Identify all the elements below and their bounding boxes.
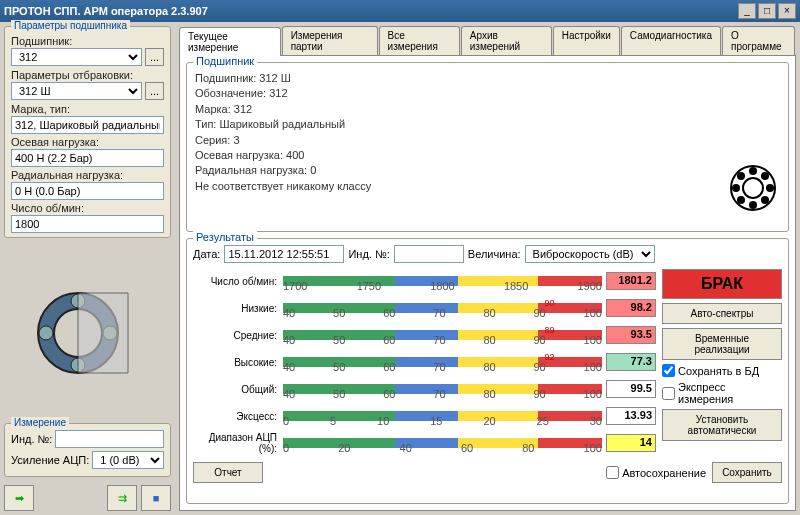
- gain-label: Усиление АЦП:: [11, 454, 89, 466]
- bearing-small-icon: [728, 163, 778, 213]
- brand-input[interactable]: [11, 116, 164, 134]
- svg-point-9: [749, 201, 757, 209]
- bearing-info-line: Тип: Шариковый радиальный: [195, 117, 780, 132]
- auto-spectra-button[interactable]: Авто-спектры: [662, 303, 782, 324]
- bar-label: Число об/мин:: [193, 276, 283, 287]
- svg-point-12: [737, 172, 745, 180]
- stop-button[interactable]: ■: [141, 485, 171, 511]
- result-bar-5: Эксцесс:05101520253013.93: [193, 404, 656, 428]
- tab-2[interactable]: Все измерения: [379, 26, 460, 55]
- time-realizations-button[interactable]: Временные реализации: [662, 328, 782, 360]
- gain-select[interactable]: 1 (0 dB): [92, 451, 164, 469]
- tab-6[interactable]: О программе: [722, 26, 795, 55]
- bar-track: 89405060708090100: [283, 325, 602, 345]
- culling-label: Параметры отбраковки:: [11, 69, 164, 81]
- bar-track: 92405060708090100: [283, 352, 602, 372]
- result-bar-3: Высокие:9240506070809010077.3: [193, 350, 656, 374]
- axial-input[interactable]: [11, 149, 164, 167]
- save-db-checkbox[interactable]: Сохранять в БД: [662, 364, 782, 377]
- result-bar-0: Число об/мин:170017501800185019001801.2: [193, 269, 656, 293]
- svg-point-10: [732, 184, 740, 192]
- bearing-label: Подшипник:: [11, 35, 164, 47]
- svg-point-7: [743, 178, 763, 198]
- svg-point-14: [737, 196, 745, 204]
- bearing-image: [4, 242, 171, 423]
- bar-label: Эксцесс:: [193, 411, 283, 422]
- bearing-browse-button[interactable]: ...: [145, 48, 164, 66]
- bearing-cutaway-icon: [28, 283, 148, 383]
- maximize-button[interactable]: □: [758, 3, 776, 19]
- tab-bar: Текущее измерениеИзмерения партииВсе изм…: [179, 26, 796, 56]
- tab-4[interactable]: Настройки: [553, 26, 620, 55]
- results-title: Результаты: [193, 231, 257, 243]
- bearing-info-title: Подшипник: [193, 56, 257, 67]
- bar-track: 051015202530: [283, 406, 602, 426]
- measurement-group: Измерение Инд. №: Усиление АЦП:1 (0 dB): [4, 423, 171, 477]
- close-button[interactable]: ×: [778, 3, 796, 19]
- culling-select[interactable]: 312 Ш: [11, 82, 142, 100]
- bar-label: Высокие:: [193, 357, 283, 368]
- tab-0[interactable]: Текущее измерение: [179, 27, 281, 56]
- report-button[interactable]: Отчет: [193, 462, 263, 483]
- bearing-info-line: Обозначение: 312: [195, 86, 780, 101]
- svg-point-4: [39, 326, 53, 340]
- brand-label: Марка, тип:: [11, 103, 164, 115]
- tab-5[interactable]: Самодиагностика: [621, 26, 721, 55]
- set-auto-button[interactable]: Установить автоматически: [662, 409, 782, 441]
- result-bar-2: Средние:8940506070809010093.5: [193, 323, 656, 347]
- ind-label: Инд. №:: [11, 433, 52, 445]
- express-checkbox[interactable]: Экспресс измерения: [662, 381, 782, 405]
- bearing-info-line: Марка: 312: [195, 102, 780, 117]
- bar-track: 90405060708090100: [283, 298, 602, 318]
- stop-icon: ■: [153, 492, 160, 504]
- tab-3[interactable]: Архив измерений: [461, 26, 552, 55]
- measurement-title: Измерение: [11, 417, 69, 428]
- bar-value: 99.5: [606, 380, 656, 398]
- bearing-info-box: Подшипник Подшипник: 312 ШОбозначение: 3…: [186, 62, 789, 232]
- ind-input[interactable]: [55, 430, 164, 448]
- window-title: ПРОТОН СПП. АРМ оператора 2.3.907: [4, 5, 736, 17]
- minimize-button[interactable]: _: [738, 3, 756, 19]
- autosave-checkbox[interactable]: Автосохранение: [606, 466, 706, 479]
- bar-value: 1801.2: [606, 272, 656, 290]
- bearing-select[interactable]: 312: [11, 48, 142, 66]
- bearing-params-title: Параметры подшипника: [11, 20, 130, 31]
- bearing-info-line: Серия: 3: [195, 133, 780, 148]
- bar-value: 77.3: [606, 353, 656, 371]
- bar-value: 93.5: [606, 326, 656, 344]
- titlebar: ПРОТОН СПП. АРМ оператора 2.3.907 _ □ ×: [0, 0, 800, 22]
- culling-browse-button[interactable]: ...: [145, 82, 164, 100]
- svg-point-13: [761, 172, 769, 180]
- bar-track: 405060708090100: [283, 379, 602, 399]
- save-button[interactable]: Сохранить: [712, 462, 782, 483]
- bar-label: Диапазон АЦП (%):: [193, 432, 283, 454]
- val-select[interactable]: Виброскорость (dB): [525, 245, 655, 263]
- result-bar-1: Низкие:9040506070809010098.2: [193, 296, 656, 320]
- bar-value: 14: [606, 434, 656, 452]
- bar-value: 98.2: [606, 299, 656, 317]
- svg-point-8: [749, 167, 757, 175]
- radial-input[interactable]: [11, 182, 164, 200]
- prev-button[interactable]: ➡: [4, 485, 34, 511]
- result-bar-6: Диапазон АЦП (%):02040608010014: [193, 431, 656, 455]
- result-bar-4: Общий:40506070809010099.5: [193, 377, 656, 401]
- bar-label: Общий:: [193, 384, 283, 395]
- rpm-label: Число об/мин:: [11, 202, 164, 214]
- bar-label: Низкие:: [193, 303, 283, 314]
- bar-value: 13.93: [606, 407, 656, 425]
- bearing-info-line: Осевая нагрузка: 400: [195, 148, 780, 163]
- rpm-input[interactable]: [11, 215, 164, 233]
- run-button[interactable]: ⇉: [107, 485, 137, 511]
- bearing-info-line: Подшипник: 312 Ш: [195, 71, 780, 86]
- status-badge: БРАК: [662, 269, 782, 299]
- bar-track: 17001750180018501900: [283, 271, 602, 291]
- res-ind-input[interactable]: [394, 245, 464, 263]
- svg-point-15: [761, 196, 769, 204]
- tab-1[interactable]: Измерения партии: [282, 26, 378, 55]
- date-input[interactable]: [224, 245, 344, 263]
- bearing-params-group: Параметры подшипника Подшипник: 312... П…: [4, 26, 171, 238]
- results-box: Результаты Дата: Инд. №: Величина: Вибро…: [186, 238, 789, 504]
- double-arrow-icon: ⇉: [118, 492, 127, 505]
- svg-point-11: [766, 184, 774, 192]
- bearing-info-line: Радиальная нагрузка: 0: [195, 163, 780, 178]
